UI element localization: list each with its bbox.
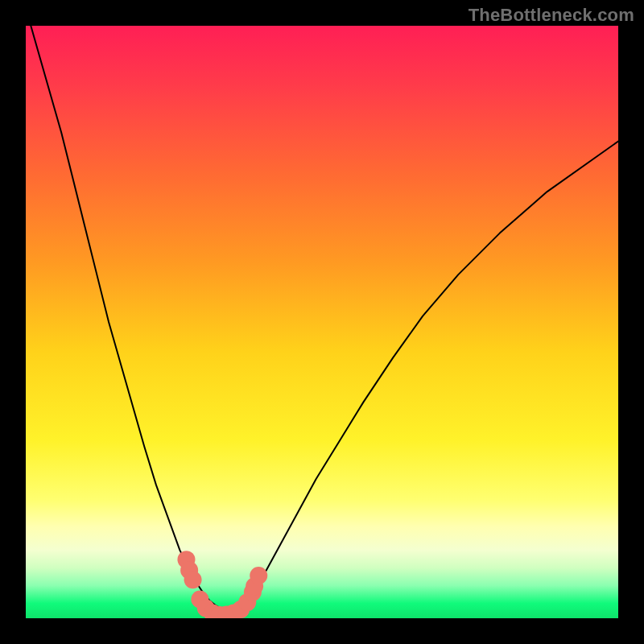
highlight-point	[184, 571, 202, 588]
chart-svg	[26, 26, 618, 618]
plot-area	[26, 26, 618, 618]
highlight-point	[250, 567, 267, 584]
chart-background	[26, 26, 618, 618]
watermark-text: TheBottleneck.com	[469, 5, 634, 26]
chart-frame: TheBottleneck.com	[0, 0, 644, 644]
